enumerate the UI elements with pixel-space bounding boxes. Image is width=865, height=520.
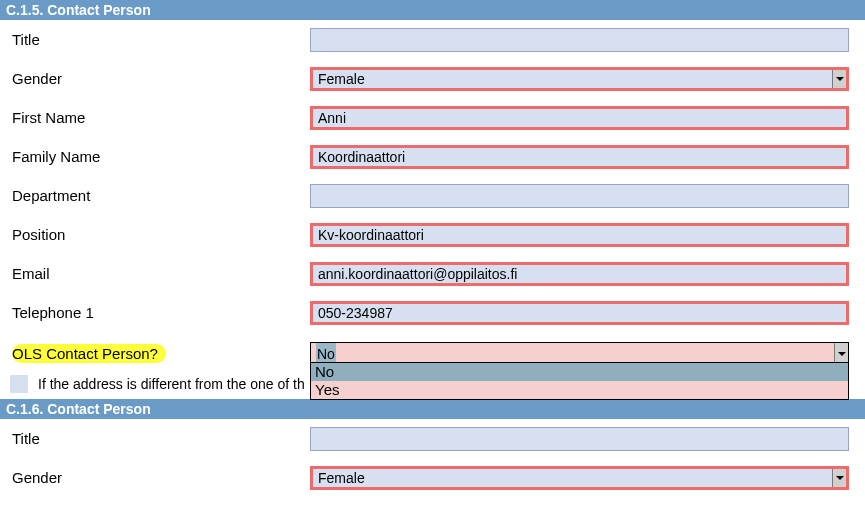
input-family-name[interactable]: Koordinaattori [310,145,849,169]
select-gender-c16[interactable]: Female [310,466,849,490]
row-family-name: Family Name Koordinaattori [0,137,865,176]
label-ols-contact-text: OLS Contact Person? [12,344,166,363]
row-title: Title [0,20,865,59]
row-first-name: First Name Anni [0,98,865,137]
label-address-diff: If the address is different from the one… [38,376,305,392]
input-telephone1[interactable]: 050-234987 [310,301,849,325]
select-gender[interactable]: Female [310,67,849,91]
row-gender: Gender Female [0,59,865,98]
row-gender-c16: Gender Female [0,458,865,497]
label-gender: Gender [10,70,310,87]
label-ols-contact: OLS Contact Person? [10,344,310,363]
label-position: Position [10,226,310,243]
select-gender-value: Female [318,71,365,87]
label-gender-c16: Gender [10,469,310,486]
ols-option-yes[interactable]: Yes [311,381,848,399]
label-title-c16: Title [10,430,310,447]
row-email: Email anni.koordinaattori@oppilaitos.fi [0,254,865,293]
row-department: Department [0,176,865,215]
ols-dropdown-list[interactable]: No Yes [310,362,849,400]
section-header-c15: C.1.5. Contact Person [0,0,865,20]
label-email: Email [10,265,310,282]
chevron-down-icon[interactable] [832,469,846,487]
row-position: Position Kv-koordinaattori [0,215,865,254]
row-telephone1: Telephone 1 050-234987 [0,293,865,332]
input-title-c16[interactable] [310,427,849,451]
section-header-c16: C.1.6. Contact Person [0,399,865,419]
chevron-down-icon[interactable] [832,70,846,88]
row-title-c16: Title [0,419,865,458]
label-family-name: Family Name [10,148,310,165]
label-title: Title [10,31,310,48]
label-department: Department [10,187,310,204]
input-department[interactable] [310,184,849,208]
label-first-name: First Name [10,109,310,126]
input-position[interactable]: Kv-koordinaattori [310,223,849,247]
input-first-name[interactable]: Anni [310,106,849,130]
ols-option-no[interactable]: No [311,363,848,381]
input-email[interactable]: anni.koordinaattori@oppilaitos.fi [310,262,849,286]
input-title[interactable] [310,28,849,52]
label-telephone1: Telephone 1 [10,304,310,321]
select-gender-c16-value: Female [318,470,365,486]
row-ols-contact: OLS Contact Person? No No Yes [0,332,865,371]
checkbox-address-diff[interactable] [10,375,28,393]
